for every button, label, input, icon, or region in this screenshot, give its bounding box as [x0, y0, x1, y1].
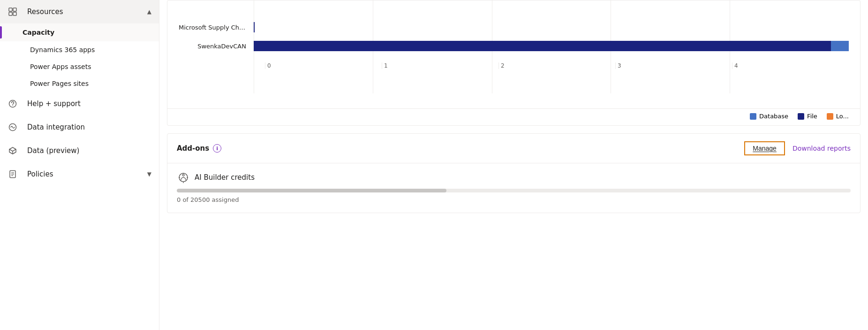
svg-rect-3	[13, 12, 16, 15]
main-content: Microsoft Supply Chain Center... SwenkaD…	[159, 0, 868, 330]
chart-label-supply-chain: Microsoft Supply Chain Center...	[179, 24, 254, 31]
manage-button[interactable]: Manage	[744, 141, 785, 155]
ai-builder-icon	[177, 171, 190, 184]
download-reports-link[interactable]: Download reports	[793, 145, 851, 152]
sidebar-item-dynamics[interactable]: Dynamics 365 apps	[0, 41, 159, 58]
x-tick-3: 3	[615, 62, 732, 69]
legend-log: Lo...	[827, 113, 849, 120]
capacity-label: Capacity	[23, 29, 54, 36]
power-apps-label: Power Apps assets	[30, 63, 91, 70]
resources-label: Resources	[27, 8, 63, 16]
chart-x-axis: 0 1 2 3 4	[254, 60, 849, 74]
legend-database-swatch	[750, 113, 756, 120]
chart-bars-swenka	[254, 41, 849, 51]
swenka-dark-bar	[254, 41, 831, 51]
resources-icon	[8, 7, 18, 17]
sidebar-section-resources[interactable]: Resources ▲	[0, 0, 159, 23]
resources-chevron-icon: ▲	[147, 8, 151, 15]
data-integration-icon	[8, 122, 18, 132]
chart-section: Microsoft Supply Chain Center... SwenkaD…	[167, 0, 860, 126]
x-tick-0: 0	[265, 62, 382, 69]
chart-bar-supply-chain-row	[254, 22, 849, 32]
svg-rect-1	[13, 8, 16, 11]
chart-legend: Database File Lo...	[167, 108, 860, 125]
legend-file: File	[798, 113, 817, 120]
chart-bar-swenka-row	[254, 41, 849, 51]
svg-point-12	[182, 174, 184, 176]
power-pages-label: Power Pages sites	[30, 80, 89, 87]
sidebar-item-capacity[interactable]: Capacity	[0, 23, 159, 41]
swenka-blue-bar	[831, 41, 849, 51]
dynamics-label: Dynamics 365 apps	[30, 46, 95, 54]
chart-row-supply-chain: Microsoft Supply Chain Center...	[179, 22, 849, 32]
sidebar-item-policies[interactable]: Policies ▼	[0, 162, 159, 186]
policies-label: Policies	[27, 170, 53, 178]
x-tick-4: 4	[732, 62, 849, 69]
legend-database-label: Database	[759, 113, 788, 120]
chart-row-swenka: SwenkaDevCAN	[179, 41, 849, 51]
sidebar-item-power-apps[interactable]: Power Apps assets	[0, 58, 159, 75]
chart-bars-supply-chain	[254, 22, 849, 32]
sidebar-item-power-pages[interactable]: Power Pages sites	[0, 75, 159, 92]
supply-chain-dark-bar	[254, 22, 255, 32]
legend-file-swatch	[798, 113, 804, 120]
x-tick-2: 2	[498, 62, 615, 69]
data-integration-label: Data integration	[27, 123, 85, 131]
legend-log-label: Lo...	[836, 113, 849, 120]
help-support-label: Help + support	[27, 100, 81, 108]
ai-builder-progress-label: 0 of 20500 assigned	[177, 196, 851, 203]
svg-rect-0	[9, 8, 12, 11]
addons-actions: Manage Download reports	[744, 141, 851, 155]
data-preview-icon	[8, 146, 18, 156]
addons-title-text: Add-ons	[177, 144, 209, 153]
x-tick-1: 1	[382, 62, 498, 69]
chart-label-swenka: SwenkaDevCAN	[179, 43, 254, 50]
help-support-icon	[8, 99, 18, 109]
ai-builder-progress-fill	[177, 189, 446, 192]
sidebar-item-data-preview[interactable]: Data (preview)	[0, 139, 159, 162]
sidebar-item-help-support[interactable]: Help + support	[0, 92, 159, 115]
addons-title-group: Add-ons i	[177, 144, 221, 153]
legend-log-swatch	[827, 113, 833, 120]
addons-header: Add-ons i Manage Download reports	[167, 134, 860, 163]
legend-file-label: File	[807, 113, 817, 120]
legend-database: Database	[750, 113, 788, 120]
svg-rect-2	[9, 12, 12, 15]
svg-point-5	[12, 105, 13, 106]
policies-chevron-icon: ▼	[147, 171, 151, 177]
data-preview-label: Data (preview)	[27, 146, 79, 155]
ai-builder-item: AI Builder credits 0 of 20500 assigned	[167, 163, 860, 213]
chart-area: Microsoft Supply Chain Center... SwenkaD…	[167, 0, 860, 108]
ai-builder-header: AI Builder credits	[177, 171, 851, 184]
addons-info-icon[interactable]: i	[213, 144, 221, 153]
ai-builder-progress-bar	[177, 189, 851, 192]
ai-builder-title: AI Builder credits	[195, 173, 255, 182]
addons-section: Add-ons i Manage Download reports	[167, 133, 860, 213]
policies-icon	[8, 169, 18, 179]
sidebar: Resources ▲ Capacity Dynamics 365 apps P…	[0, 0, 159, 330]
sidebar-item-data-integration[interactable]: Data integration	[0, 115, 159, 139]
